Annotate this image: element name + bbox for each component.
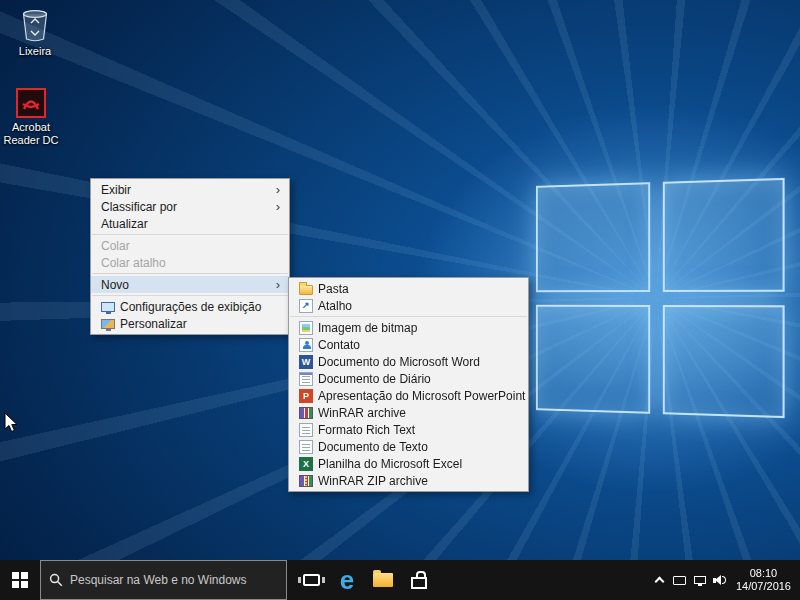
bitmap-image-icon [299,321,313,335]
context-menu-item-atualizar[interactable]: Atualizar [91,215,289,232]
menu-separator [290,316,527,317]
menu-item-label: Colar [101,239,130,253]
submenu-item-atalho[interactable]: Atalho [289,297,528,314]
task-view-icon [303,574,320,586]
windows-logo-pane [662,178,784,292]
system-tray: 08:10 14/07/2016 [650,560,800,600]
menu-item-label: Classificar por [101,200,177,214]
menu-item-label: Documento de Texto [318,440,428,454]
menu-item-label: Formato Rich Text [318,423,415,437]
menu-item-label: Personalizar [120,317,187,331]
recycle-bin-icon [18,6,52,42]
desktop-icon-acrobat-reader[interactable]: Acrobat Reader DC [2,88,60,147]
network-icon [694,576,706,584]
submenu-item-apresentacao-powerpoint[interactable]: Apresentação do Microsoft PowerPoint [289,387,528,404]
menu-item-label: Atalho [318,299,352,313]
submenu-item-planilha-excel[interactable]: Planilha do Microsoft Excel [289,455,528,472]
tray-network-button[interactable] [690,560,710,600]
task-view-button[interactable] [294,560,328,600]
context-menu-item-exibir[interactable]: Exibir › [91,181,289,198]
folder-icon [299,285,313,295]
tray-volume-button[interactable] [710,560,730,600]
submenu-item-imagem-de-bitmap[interactable]: Imagem de bitmap [289,319,528,336]
windows-start-icon [12,572,28,588]
desktop-context-menu: Exibir › Classificar por › Atualizar Col… [90,178,290,335]
context-menu-item-novo[interactable]: Novo › [91,276,289,293]
personalization-icon [101,319,115,329]
menu-item-label: WinRAR ZIP archive [318,474,428,488]
windows-logo-pane [536,304,650,414]
submenu-arrow-icon: › [276,276,280,291]
menu-item-label: Novo [101,278,129,292]
windows-logo-wallpaper [536,178,785,418]
volume-icon [713,574,727,586]
submenu-item-documento-de-texto[interactable]: Documento de Texto [289,438,528,455]
store-button[interactable] [402,560,436,600]
submenu-item-pasta[interactable]: Pasta [289,280,528,297]
winrar-icon [299,407,313,419]
clock-time: 08:10 [736,567,791,580]
menu-item-label: Documento de Diário [318,372,431,386]
display-settings-icon [101,302,115,312]
text-document-icon [299,440,313,454]
menu-item-label: Colar atalho [101,256,166,270]
shortcut-icon [299,299,313,313]
submenu-item-formato-rich-text[interactable]: Formato Rich Text [289,421,528,438]
menu-item-label: WinRAR archive [318,406,406,420]
submenu-item-winrar-zip-archive[interactable]: WinRAR ZIP archive [289,472,528,489]
clock-date: 14/07/2016 [736,580,791,593]
show-hidden-icons-button[interactable] [650,560,670,600]
submenu-item-documento-diario[interactable]: Documento de Diário [289,370,528,387]
submenu-item-contato[interactable]: Contato [289,336,528,353]
menu-item-label: Imagem de bitmap [318,321,417,335]
search-icon [49,573,63,587]
rtf-document-icon [299,423,313,437]
mouse-cursor [4,412,20,434]
acrobat-reader-label: Acrobat Reader DC [2,121,60,147]
new-submenu: Pasta Atalho Imagem de bitmap Contato Do… [288,277,529,492]
recycle-bin-label: Lixeira [19,45,51,58]
desktop-icon-recycle-bin[interactable]: Lixeira [6,6,64,58]
store-icon [411,577,427,589]
submenu-item-documento-word[interactable]: Documento do Microsoft Word [289,353,528,370]
context-menu-item-personalizar[interactable]: Personalizar [91,315,289,332]
start-button[interactable] [0,560,40,600]
menu-item-label: Apresentação do Microsoft PowerPoint [318,389,525,403]
windows-logo-pane [662,305,784,419]
context-menu-item-configuracoes-de-exibicao[interactable]: Configurações de exibição [91,298,289,315]
winrar-zip-icon [299,475,313,487]
menu-item-label: Planilha do Microsoft Excel [318,457,462,471]
menu-item-label: Pasta [318,282,349,296]
acrobat-reader-icon [16,88,46,118]
context-menu-item-classificar-por[interactable]: Classificar por › [91,198,289,215]
file-explorer-icon [373,573,393,587]
word-icon [299,355,313,369]
chevron-up-icon [655,577,665,587]
context-menu-item-colar-atalho: Colar atalho [91,254,289,271]
menu-item-label: Documento do Microsoft Word [318,355,480,369]
windows-logo-pane [536,182,650,292]
menu-item-label: Configurações de exibição [120,300,261,314]
menu-separator [92,234,288,235]
submenu-arrow-icon: › [276,198,280,213]
excel-icon [299,457,313,471]
menu-separator [92,295,288,296]
powerpoint-icon [299,389,313,403]
menu-item-label: Contato [318,338,360,352]
context-menu-item-colar: Colar [91,237,289,254]
menu-separator [92,273,288,274]
edge-browser-button[interactable]: e [330,560,364,600]
submenu-item-winrar-archive[interactable]: WinRAR archive [289,404,528,421]
taskbar: e 08:10 14/07/2016 [0,560,800,600]
journal-icon [299,372,313,386]
file-explorer-button[interactable] [366,560,400,600]
search-input[interactable] [70,573,278,587]
taskbar-clock[interactable]: 08:10 14/07/2016 [730,567,800,593]
tablet-icon [673,576,686,585]
desktop[interactable]: Lixeira Acrobat Reader DC Exibir › Class… [0,0,800,560]
menu-item-label: Exibir [101,183,131,197]
submenu-arrow-icon: › [276,181,280,196]
taskbar-search[interactable] [40,560,287,600]
tray-tablet-button[interactable] [670,560,690,600]
menu-item-label: Atualizar [101,217,148,231]
